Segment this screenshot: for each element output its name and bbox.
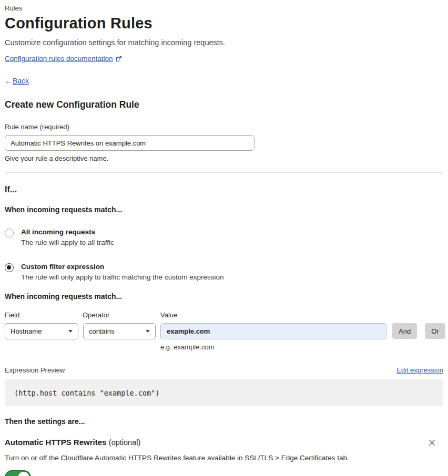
operator-label: Operator (83, 311, 156, 319)
toggle-knob[interactable] (18, 472, 29, 476)
incoming-requests-match-label: When incoming requests match... (5, 205, 443, 214)
back-link[interactable]: Back (13, 77, 29, 85)
radio-label: Custom filter expression (21, 263, 223, 271)
close-icon (428, 440, 436, 448)
automatic-https-rewrites-toggle[interactable] (5, 470, 31, 476)
documentation-link[interactable]: Configuration rules documentation (5, 55, 113, 63)
expression-builder-row: Field Hostname Operator contains Value e… (5, 311, 443, 351)
field-select[interactable]: Hostname (5, 323, 78, 339)
if-section-heading: If... (5, 185, 443, 194)
page-subtitle: Customize configuration settings for mat… (5, 38, 443, 47)
page-title: Configuration Rules (5, 15, 443, 32)
expression-preview-code: (http.host contains "example.com") (5, 379, 443, 406)
then-settings-heading: Then the settings are... (5, 417, 443, 426)
rule-name-helper: Give your rule a descriptive name. (5, 154, 443, 162)
setting-title: Automatic HTTPS Rewrites (5, 438, 106, 447)
chevron-down-icon (68, 330, 73, 333)
radio-description: The rule will only apply to traffic matc… (21, 273, 223, 281)
radio-all-incoming-requests[interactable]: All incoming requests The rule will appl… (5, 228, 443, 246)
setting-optional-tag: (optional) (109, 438, 140, 447)
rule-name-label: Rule name (required) (5, 123, 443, 131)
field-select-value: Hostname (11, 327, 42, 335)
operator-select-value: contains (89, 327, 114, 335)
radio-custom-filter-expression[interactable]: Custom filter expression The rule will o… (5, 263, 443, 281)
edit-expression-link[interactable]: Edit expression (396, 366, 443, 374)
radio-button-icon[interactable] (5, 229, 14, 237)
external-link-icon (116, 56, 122, 62)
back-link-row[interactable]: ← Back (5, 76, 443, 85)
value-helper: e.g. example.com (160, 343, 386, 351)
operator-select[interactable]: contains (83, 323, 156, 339)
setting-description: Turn on or off the Cloudflare Automatic … (5, 454, 443, 462)
breadcrumb: Rules (5, 4, 443, 12)
back-arrow-icon: ← (5, 76, 13, 85)
field-label: Field (5, 311, 78, 319)
radio-description: The rule will apply to all traffic (21, 239, 114, 246)
section-divider (5, 172, 443, 173)
value-label: Value (160, 311, 386, 319)
value-input[interactable] (160, 323, 386, 339)
configuration-rules-page: Rules Configuration Rules Customize conf… (0, 0, 448, 476)
and-button[interactable]: And (392, 323, 417, 339)
chevron-down-icon (146, 330, 150, 333)
expression-builder-match-label: When incoming requests match... (5, 292, 443, 301)
expression-preview-label: Expression Preview (5, 366, 65, 374)
rule-name-input[interactable] (5, 135, 254, 151)
remove-setting-button[interactable] (427, 438, 437, 448)
radio-button-selected-icon[interactable] (5, 263, 14, 272)
or-button[interactable]: Or (425, 323, 445, 339)
create-rule-section-title: Create new Configuration Rule (5, 99, 443, 110)
radio-label: All incoming requests (21, 228, 114, 236)
